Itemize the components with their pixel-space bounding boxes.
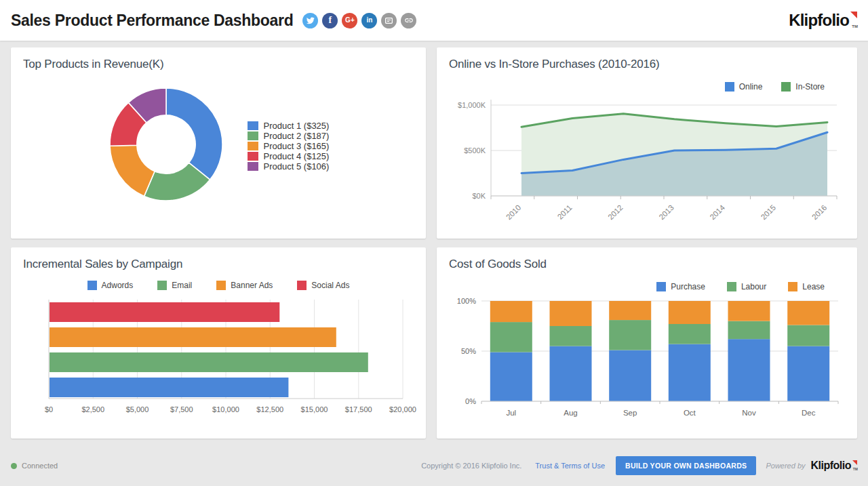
axis-tick-label: $12,500 — [256, 405, 283, 413]
hbar-svg: $0$2,500$5,000$7,500$10,000$12,500$15,00… — [23, 297, 419, 418]
stack-lease-jul — [490, 301, 532, 322]
chart-title-top-products: Top Products in Revenue(K) — [23, 58, 414, 71]
status-label: Connected — [22, 462, 58, 470]
legend-label: Banner Ads — [231, 281, 273, 290]
axis-tick-label: 2012 — [606, 203, 625, 222]
axis-tick-label: $5,000 — [126, 405, 149, 413]
legend-swatch — [248, 152, 258, 161]
trademark-label: TM — [852, 24, 858, 28]
linkedin-icon: in — [366, 17, 372, 24]
stack-lease-oct — [669, 301, 711, 324]
status-dot-icon — [11, 463, 17, 469]
stack-labour-nov — [728, 321, 770, 340]
twitter-icon — [306, 16, 315, 25]
axis-tick-label: 2011 — [556, 203, 574, 221]
legend-item: Lease — [788, 282, 825, 291]
stack-lease-aug — [550, 301, 592, 326]
stack-purchase-aug — [550, 346, 592, 401]
share-twitter-button[interactable] — [302, 13, 318, 28]
legend-item: Social Ads — [297, 281, 349, 290]
footer-klipfolio-logo-text: Klipfolio — [811, 460, 851, 471]
donut-legend: Product 1 ($325)Product 2 ($187)Product … — [248, 121, 330, 171]
axis-tick-label: $15,000 — [301, 405, 328, 413]
legend-swatch — [248, 131, 258, 140]
legend-item: Labour — [727, 282, 766, 291]
legend-swatch — [216, 281, 226, 290]
footer-trademark-label: TM — [853, 467, 858, 471]
axis-tick-label: Oct — [684, 409, 696, 417]
legend-swatch — [248, 162, 258, 171]
legend-label: Lease — [802, 282, 825, 291]
stacked-bar-chart: 0%50%100%JulAugSepOctNovDec — [449, 294, 845, 424]
legend-swatch — [727, 282, 736, 291]
legend-label: Social Ads — [311, 281, 349, 290]
share-facebook-button[interactable]: f — [322, 13, 338, 28]
stack-purchase-oct — [669, 344, 711, 401]
axis-tick-label: $1,000K — [458, 101, 486, 109]
legend-item: Email — [157, 281, 192, 290]
bar-adwords — [50, 378, 288, 397]
bar-chart: $0$2,500$5,000$7,500$10,000$12,500$15,00… — [23, 297, 414, 420]
legend-label: Product 3 ($165) — [264, 141, 330, 151]
page-title: Sales Product Performance Dashboard — [11, 12, 293, 30]
stack-labour-dec — [787, 325, 829, 346]
donut-svg — [108, 86, 224, 203]
axis-tick-label: Dec — [802, 409, 816, 417]
legend-label: Email — [172, 281, 192, 290]
footer-right: Copyright © 2016 Klipfolio Inc. Trust & … — [421, 456, 857, 475]
dashboard-grid: Top Products in Revenue(K) Product 1 ($3… — [0, 41, 868, 439]
axis-tick-label: $20,000 — [389, 405, 416, 413]
stack-lease-dec — [787, 301, 829, 325]
share-link-button[interactable] — [401, 13, 416, 28]
axis-tick-label: $10,000 — [212, 405, 239, 413]
legend-swatch — [248, 142, 258, 150]
area-chart: $0K$500K$1,000K2010201120122013201420152… — [449, 94, 845, 235]
facebook-icon: f — [329, 16, 332, 25]
stack-purchase-jul — [490, 352, 532, 402]
share-linkedin-button[interactable]: in — [361, 13, 377, 28]
donut-segment-3 — [110, 145, 155, 196]
axis-tick-label: $7,500 — [170, 405, 193, 413]
link-icon — [404, 16, 414, 25]
panel-incremental-sales: Incremental Sales by Campaign AdwordsEma… — [11, 247, 426, 439]
klipfolio-flag-icon — [850, 12, 857, 18]
axis-tick-label: Jul — [506, 409, 516, 417]
legend-item: Product 3 ($165) — [248, 141, 330, 151]
legend-label: Online — [739, 82, 763, 92]
stacked-svg: 0%50%100%JulAugSepOctNovDec — [449, 294, 845, 422]
stack-purchase-nov — [728, 339, 770, 401]
axis-tick-label: 2015 — [760, 203, 778, 222]
legend-item: Adwords — [87, 281, 134, 290]
footer-klipfolio-logo[interactable]: KlipfolioTM — [811, 460, 857, 472]
klipfolio-logo-text: Klipfolio — [789, 11, 849, 29]
axis-tick-label: Nov — [742, 409, 756, 417]
google-plus-icon: G+ — [345, 17, 355, 24]
donut-chart: Product 1 ($325)Product 2 ($187)Product … — [23, 86, 414, 205]
share-embed-button[interactable] — [381, 13, 397, 28]
legend-item: Online — [725, 82, 763, 92]
legend-swatch — [781, 82, 791, 92]
axis-tick-label: $17,500 — [345, 405, 372, 413]
stack-purchase-sep — [609, 350, 651, 402]
header-bar: Sales Product Performance Dashboard f G+… — [0, 0, 868, 41]
embed-icon — [384, 16, 393, 25]
donut-segment-1 — [166, 88, 222, 180]
panel-top-products: Top Products in Revenue(K) Product 1 ($3… — [11, 47, 426, 239]
legend-label: Product 1 ($325) — [264, 121, 330, 131]
legend-item: Product 4 ($125) — [248, 151, 330, 161]
legend-item: Purchase — [656, 282, 705, 291]
footer-bar: Connected Copyright © 2016 Klipfolio Inc… — [0, 439, 868, 475]
axis-tick-label: 100% — [457, 297, 476, 305]
bar-social-ads — [50, 302, 279, 322]
build-dashboards-button[interactable]: BUILD YOUR OWN DASHBOARDS — [616, 456, 756, 475]
legend-swatch — [157, 281, 167, 290]
axis-tick-label: 2013 — [657, 203, 675, 222]
stack-purchase-dec — [787, 346, 829, 401]
legend-swatch — [725, 82, 734, 92]
bar-banner-ads — [50, 327, 336, 347]
klipfolio-logo: KlipfolioTM — [789, 11, 857, 30]
stack-lease-sep — [609, 301, 651, 320]
legend-swatch — [656, 282, 666, 291]
share-google-plus-button[interactable]: G+ — [342, 13, 357, 28]
terms-link[interactable]: Trust & Terms of Use — [535, 462, 605, 470]
